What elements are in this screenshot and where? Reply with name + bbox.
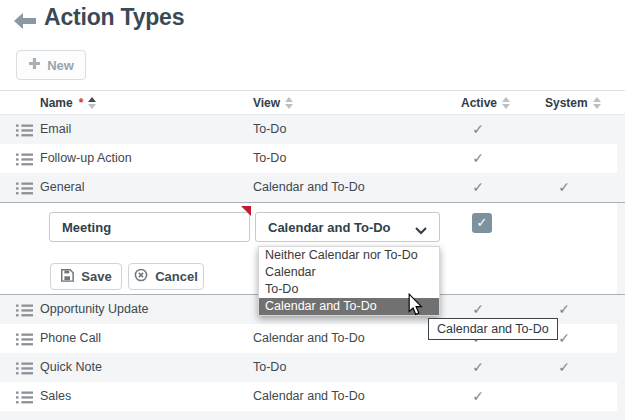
drag-handle-icon[interactable] (16, 303, 33, 316)
drag-handle-icon[interactable] (16, 361, 33, 374)
cell-view: To-Do (253, 115, 286, 144)
active-check-icon: ✓ (464, 353, 492, 382)
dropdown-option[interactable]: Calendar (259, 264, 439, 281)
table-row[interactable]: Quick Note To-Do ✓ ✓ (0, 353, 617, 382)
drag-handle-icon[interactable] (16, 123, 33, 136)
drag-handle-icon[interactable] (16, 332, 33, 345)
new-button-label: New (47, 58, 74, 73)
required-asterisk: * (79, 96, 84, 110)
sort-icon (593, 97, 601, 109)
page-title: Action Types (44, 4, 184, 31)
active-check-icon: ✓ (464, 115, 492, 144)
save-button-label: Save (81, 269, 111, 284)
dropdown-option[interactable]: Neither Calendar nor To-Do (259, 247, 439, 264)
new-button[interactable]: New (16, 50, 86, 80)
cell-view: Calendar and To-Do (253, 324, 365, 353)
system-check-icon: ✓ (550, 173, 578, 202)
column-header-system[interactable]: System (545, 91, 601, 115)
column-header-name[interactable]: Name* (40, 91, 96, 115)
sort-icon (285, 97, 293, 109)
active-check-icon: ✓ (464, 382, 492, 411)
cancel-icon (134, 268, 148, 285)
column-header-view[interactable]: View (253, 91, 293, 115)
action-types-page: Action Types New Name* View Active Syste… (0, 0, 625, 420)
view-select[interactable]: Calendar and To-Do (255, 212, 440, 242)
table-row[interactable]: Sales Calendar and To-Do ✓ (0, 382, 617, 411)
save-icon (60, 268, 74, 285)
chevron-down-icon (415, 223, 427, 231)
drag-handle-icon[interactable] (16, 390, 33, 403)
cell-name: Phone Call (40, 324, 101, 353)
table-row[interactable]: Email To-Do ✓ (0, 115, 617, 144)
cell-view: Calendar and To-Do (253, 173, 365, 202)
table-header: Name* View Active System (0, 90, 625, 115)
drag-handle-icon[interactable] (16, 152, 33, 165)
save-button[interactable]: Save (50, 263, 122, 290)
required-marker-icon (241, 206, 251, 216)
cell-view: To-Do (253, 353, 286, 382)
table-row[interactable]: General Calendar and To-Do ✓ ✓ (0, 173, 617, 202)
cell-name: Email (40, 115, 71, 144)
editor-top-divider (0, 202, 625, 203)
cell-view: To-Do (253, 144, 286, 173)
cancel-button-label: Cancel (155, 269, 198, 284)
active-check-icon: ✓ (464, 144, 492, 173)
sort-icon (88, 97, 96, 109)
system-check-icon (550, 144, 578, 173)
active-checkbox[interactable]: ✓ (472, 213, 492, 233)
cell-name: General (40, 173, 84, 202)
back-arrow-icon[interactable] (14, 13, 36, 29)
active-check-icon: ✓ (464, 173, 492, 202)
cell-name: Opportunity Update (40, 295, 148, 324)
tooltip: Calendar and To-Do (428, 318, 558, 340)
cancel-button[interactable]: Cancel (128, 263, 204, 290)
cell-name: Follow-up Action (40, 144, 132, 173)
system-check-icon (550, 115, 578, 144)
plus-icon (28, 56, 41, 74)
name-input[interactable] (49, 212, 250, 242)
mouse-cursor-icon (408, 293, 423, 320)
system-check-icon: ✓ (550, 353, 578, 382)
table-row[interactable]: Follow-up Action To-Do ✓ (0, 144, 617, 173)
system-check-icon (550, 382, 578, 411)
cell-view: Calendar and To-Do (253, 382, 365, 411)
cell-name: Sales (40, 382, 71, 411)
cell-name: Quick Note (40, 353, 102, 382)
column-header-active[interactable]: Active (461, 91, 510, 115)
drag-handle-icon[interactable] (16, 181, 33, 194)
view-select-value: Calendar and To-Do (268, 220, 391, 235)
sort-icon (502, 97, 510, 109)
